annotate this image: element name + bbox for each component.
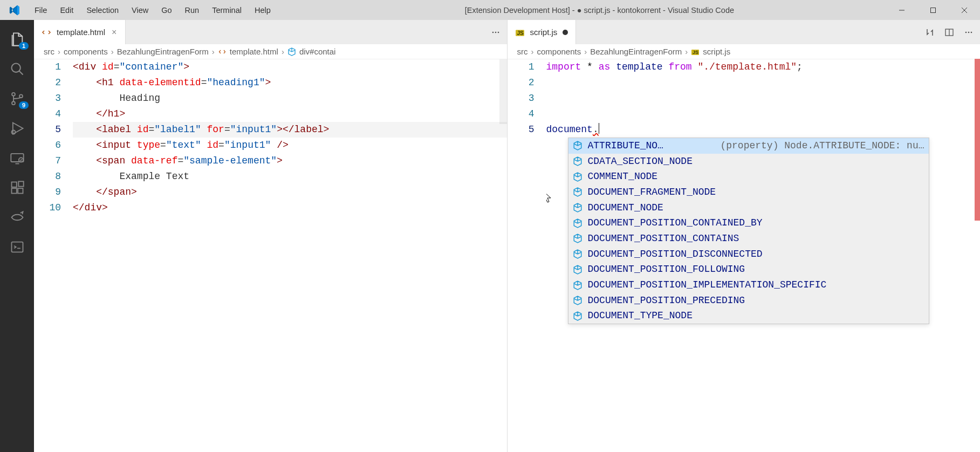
property-icon [573, 218, 582, 228]
editor-pane-left: template.html × src › components › Bezah… [34, 20, 508, 452]
suggest-item[interactable]: ATTRIBUTE_NO…(property) Node.ATTRIBUTE_N… [568, 138, 929, 154]
activity-remote[interactable] [0, 143, 34, 173]
breadcrumbs-right[interactable]: src › components › BezahlungEintragenFor… [508, 44, 981, 59]
suggest-label: DOCUMENT_POSITION_CONTAINS [588, 231, 739, 246]
html-file-icon [42, 28, 51, 37]
svg-point-19 [965, 31, 967, 33]
chevron-right-icon: › [58, 47, 60, 56]
suggest-label: DOCUMENT_POSITION_DISCONNECTED [588, 246, 763, 262]
menu-edit[interactable]: Edit [53, 4, 80, 17]
code-editor-right[interactable]: 1 2 3 4 5 import * as template from "./t… [508, 59, 981, 452]
overview-ruler[interactable] [499, 59, 507, 124]
explorer-badge: 1 [19, 42, 29, 50]
tab-label: script.js [530, 28, 558, 37]
scm-badge: 9 [19, 101, 29, 109]
suggest-item[interactable]: DOCUMENT_POSITION_CONTAINED_BY [568, 215, 929, 231]
breadcrumb-item[interactable]: script.js [691, 47, 730, 56]
line-number-gutter: 1 2 3 4 5 [508, 59, 546, 452]
breadcrumb-item[interactable]: src [44, 47, 54, 56]
menu-terminal[interactable]: Terminal [205, 4, 248, 17]
property-icon [573, 156, 582, 166]
suggest-item[interactable]: COMMENT_NODE [568, 169, 929, 184]
menu-view[interactable]: View [125, 4, 155, 17]
suggest-item[interactable]: DOCUMENT_FRAGMENT_NODE [568, 184, 929, 200]
compare-changes-icon[interactable] [924, 26, 936, 38]
property-icon [573, 234, 582, 243]
editor-more-actions[interactable] [963, 26, 975, 38]
menu-run[interactable]: Run [179, 4, 206, 17]
suggest-item[interactable]: DOCUMENT_POSITION_CONTAINS [568, 231, 929, 246]
text-cursor [599, 123, 599, 134]
activity-share[interactable] [0, 202, 34, 232]
suggest-item[interactable]: DOCUMENT_TYPE_NODE [568, 309, 929, 324]
tab-script-js[interactable]: script.js [508, 20, 577, 44]
editor-pane-right: script.js src › com [508, 20, 981, 452]
breadcrumb-item[interactable]: components [537, 47, 581, 56]
breadcrumb-item[interactable]: div#contai [287, 47, 336, 56]
split-editor-icon[interactable] [943, 26, 955, 38]
close-button[interactable] [949, 0, 980, 20]
tab-bar-right: script.js [508, 20, 981, 44]
intellisense-suggest-widget[interactable]: ATTRIBUTE_NO…(property) Node.ATTRIBUTE_N… [568, 138, 929, 324]
breadcrumb-item[interactable]: src [517, 47, 528, 56]
breadcrumbs-left[interactable]: src › components › BezahlungEintragenFor… [34, 44, 507, 59]
suggest-item[interactable]: DOCUMENT_POSITION_IMPLEMENTATION_SPECIFI… [568, 277, 929, 293]
breadcrumb-item[interactable]: components [64, 47, 108, 56]
line-number-gutter: 1 2 3 4 5 6 7 8 9 10 [34, 59, 73, 452]
suggest-label: DOCUMENT_POSITION_IMPLEMENTATION_SPECIFI… [588, 277, 827, 293]
menu-help[interactable]: Help [248, 4, 277, 17]
tab-close-icon[interactable]: × [111, 28, 118, 37]
code-content[interactable]: <div id="container"> <h1 data-elementid=… [73, 59, 507, 452]
suggest-item[interactable]: DOCUMENT_POSITION_DISCONNECTED [568, 246, 929, 262]
breadcrumb-item[interactable]: BezahlungEintragenForm [590, 47, 682, 56]
chevron-right-icon: › [111, 47, 114, 56]
suggest-item[interactable]: DOCUMENT_NODE [568, 200, 929, 216]
suggest-item[interactable]: DOCUMENT_POSITION_FOLLOWING [568, 262, 929, 278]
svg-point-16 [495, 31, 496, 33]
breadcrumb-item[interactable]: BezahlungEintragenForm [117, 47, 209, 56]
svg-rect-12 [18, 188, 23, 193]
activity-explorer[interactable]: 1 [0, 24, 34, 54]
code-content[interactable]: import * as template from "./template.ht… [546, 59, 981, 452]
menu-selection[interactable]: Selection [80, 4, 125, 17]
window-title: [Extension Development Host] - ● script.… [277, 6, 976, 15]
svg-point-5 [12, 101, 15, 105]
suggest-label: COMMENT_NODE [588, 169, 658, 184]
chevron-right-icon: › [584, 47, 587, 56]
breadcrumb-item[interactable]: template.html [218, 47, 278, 56]
suggest-label: DOCUMENT_POSITION_FOLLOWING [588, 262, 745, 277]
activity-extensions[interactable] [0, 173, 34, 202]
window-controls [886, 0, 980, 20]
suggest-label: DOCUMENT_POSITION_PRECEDING [588, 293, 745, 309]
main-menu: File Edit Selection View Go Run Terminal… [28, 4, 277, 17]
property-icon [573, 187, 582, 197]
suggest-label: ATTRIBUTE_NO… [588, 138, 663, 154]
activity-run-debug[interactable] [0, 113, 34, 143]
property-icon [573, 265, 582, 275]
property-icon [573, 296, 582, 305]
menu-file[interactable]: File [28, 4, 53, 17]
svg-point-20 [968, 31, 970, 33]
activity-source-control[interactable]: 9 [0, 84, 34, 113]
suggest-label: CDATA_SECTION_NODE [588, 154, 693, 169]
editor-more-actions[interactable] [490, 26, 502, 38]
minimize-button[interactable] [886, 0, 917, 20]
property-icon [573, 280, 582, 290]
menu-go[interactable]: Go [155, 4, 178, 17]
tab-template-html[interactable]: template.html × [34, 20, 126, 44]
maximize-button[interactable] [917, 0, 949, 20]
suggest-label: DOCUMENT_NODE [588, 200, 663, 216]
suggest-item[interactable]: CDATA_SECTION_NODE [568, 154, 929, 169]
app-logo-icon [9, 4, 20, 16]
chevron-right-icon: › [282, 47, 284, 56]
chevron-right-icon: › [531, 47, 534, 56]
suggest-item[interactable]: DOCUMENT_POSITION_PRECEDING [568, 293, 929, 309]
activity-terminal-panel[interactable] [0, 232, 34, 262]
code-editor-left[interactable]: 1 2 3 4 5 6 7 8 9 10 <div id="container"… [34, 59, 507, 452]
property-icon [573, 172, 582, 182]
tab-bar-left: template.html × [34, 20, 507, 44]
suggest-label: DOCUMENT_FRAGMENT_NODE [588, 184, 716, 200]
js-file-icon [515, 28, 525, 37]
activity-search[interactable] [0, 54, 34, 84]
suggest-detail: (property) Node.ATTRIBUTE_NODE: nu… [669, 138, 924, 154]
